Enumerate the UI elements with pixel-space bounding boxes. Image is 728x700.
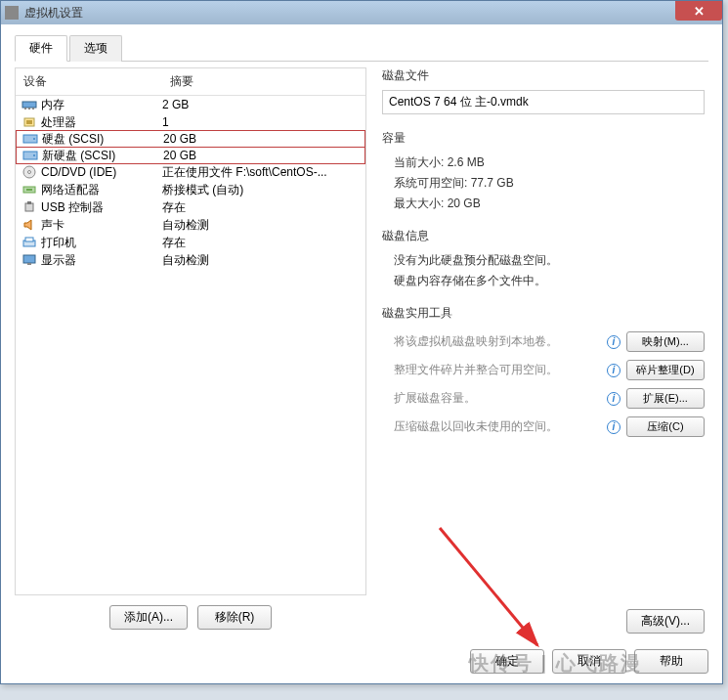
svg-rect-13 [26,189,32,191]
compact-button[interactable]: 压缩(C) [626,416,705,437]
device-list: 设备 摘要 内存2 GB处理器1硬盘 (SCSI)20 GB新硬盘 (SCSI)… [15,67,366,595]
device-name: 新硬盘 (SCSI) [42,148,163,164]
device-name: 打印机 [41,235,162,251]
device-header: 设备 摘要 [16,68,365,96]
col-device: 设备 [16,68,162,95]
capacity-title: 容量 [382,130,705,147]
device-row[interactable]: 声卡自动检测 [16,216,365,234]
tool-row-map: 将该虚拟机磁盘映射到本地卷。 i 映射(M)... [382,328,705,356]
disk-info-title: 磁盘信息 [382,228,705,244]
device-summary: 正在使用文件 F:\soft\CentOS-... [162,164,360,181]
tools-title: 磁盘实用工具 [382,305,705,322]
map-label: 将该虚拟机磁盘映射到本地卷。 [394,333,601,350]
device-summary: 20 GB [163,149,359,162]
expand-button[interactable]: 扩展(E)... [626,388,705,409]
device-row[interactable]: 网络适配器桥接模式 (自动) [16,181,365,198]
device-summary: 存在 [162,199,360,216]
right-bottom: 高级(V)... [382,603,705,639]
tool-row-compact: 压缩磁盘以回收未使用的空间。 i 压缩(C) [382,413,705,441]
info-icon[interactable]: i [607,392,621,406]
window-title: 虚拟机设置 [24,5,83,22]
advanced-button[interactable]: 高级(V)... [626,609,705,634]
device-summary: 20 GB [163,132,359,146]
svg-rect-17 [25,238,33,241]
col-summary: 摘要 [162,68,365,95]
disk-info-line2: 硬盘内容存储在多个文件中。 [382,271,705,291]
close-button[interactable]: ✕ [675,1,722,21]
disk-icon [22,149,38,162]
remove-button[interactable]: 移除(R) [197,605,272,630]
svg-rect-5 [26,120,32,124]
device-row[interactable]: 显示器自动检测 [16,251,365,269]
cpu-icon [21,115,37,129]
device-name: 内存 [41,97,162,113]
device-summary: 存在 [162,235,360,251]
app-icon [5,6,19,20]
svg-point-11 [28,171,31,174]
left-panel: 设备 摘要 内存2 GB处理器1硬盘 (SCSI)20 GB新硬盘 (SCSI)… [15,67,366,639]
cancel-button[interactable]: 取消 [552,649,626,674]
device-row[interactable]: 处理器1 [16,113,365,131]
add-button[interactable]: 添加(A)... [109,605,188,630]
info-icon[interactable]: i [607,335,621,349]
group-disk-file: 磁盘文件 CentOS 7 64 位 主-0.vmdk [382,67,705,116]
device-row[interactable]: CD/DVD (IDE)正在使用文件 F:\soft\CentOS-... [16,163,365,181]
display-icon [21,253,37,267]
map-button[interactable]: 映射(M)... [626,331,705,352]
footer: 确定 取消 帮助 [15,639,708,674]
disk-file-input[interactable]: CentOS 7 64 位 主-0.vmdk [382,90,705,114]
disk-info-line1: 没有为此硬盘预分配磁盘空间。 [382,250,705,271]
group-capacity: 容量 当前大小: 2.6 MB 系统可用空间: 77.7 GB 最大大小: 20… [382,130,705,214]
device-name: 显示器 [41,252,162,269]
help-button[interactable]: 帮助 [634,649,708,674]
tabs: 硬件 选项 [15,34,708,62]
memory-icon [21,98,37,111]
panel: 设备 摘要 内存2 GB处理器1硬盘 (SCSI)20 GB新硬盘 (SCSI)… [15,67,708,639]
expand-label: 扩展磁盘容量。 [394,390,601,407]
info-icon[interactable]: i [607,420,621,434]
device-row[interactable]: 内存2 GB [16,96,365,113]
disk-file-title: 磁盘文件 [382,67,705,84]
right-panel: 磁盘文件 CentOS 7 64 位 主-0.vmdk 容量 当前大小: 2.6… [382,67,708,639]
svg-rect-3 [32,108,34,109]
usb-icon [21,200,37,214]
group-tools: 磁盘实用工具 将该虚拟机磁盘映射到本地卷。 i 映射(M)... 整理文件碎片并… [382,305,705,441]
compact-label: 压缩磁盘以回收未使用的空间。 [394,418,601,435]
capacity-max: 最大大小: 20 GB [382,194,705,214]
svg-rect-2 [28,108,30,109]
net-icon [21,183,37,197]
device-row[interactable]: USB 控制器存在 [16,198,365,216]
capacity-current: 当前大小: 2.6 MB [382,153,705,173]
svg-rect-14 [25,203,33,211]
tab-hardware[interactable]: 硬件 [15,35,67,62]
tab-options[interactable]: 选项 [69,35,122,62]
device-summary: 自动检测 [162,217,360,234]
group-disk-info: 磁盘信息 没有为此硬盘预分配磁盘空间。 硬盘内容存储在多个文件中。 [382,228,705,291]
disk-icon [22,132,38,146]
device-name: CD/DVD (IDE) [41,165,162,179]
cd-icon [21,165,37,179]
svg-rect-15 [27,201,31,204]
titlebar[interactable]: 虚拟机设置 ✕ [1,1,722,24]
device-row[interactable]: 打印机存在 [16,234,365,251]
left-buttons: 添加(A)... 移除(R) [15,595,366,639]
svg-rect-19 [27,263,31,265]
device-row[interactable]: 新硬盘 (SCSI)20 GB [16,147,365,164]
device-row[interactable]: 硬盘 (SCSI)20 GB [16,130,365,148]
svg-rect-18 [23,255,35,263]
device-name: USB 控制器 [41,199,162,216]
printer-icon [21,236,37,249]
tool-row-expand: 扩展磁盘容量。 i 扩展(E)... [382,384,705,413]
ok-button[interactable]: 确定 [470,649,544,674]
content: 硬件 选项 设备 摘要 内存2 GB处理器1硬盘 (SCSI)20 GB新硬盘 … [1,24,722,683]
vm-settings-window: 虚拟机设置 ✕ 硬件 选项 设备 摘要 内存2 GB处理器1硬盘 (SCSI)2… [0,0,723,684]
svg-rect-0 [22,102,36,108]
device-name: 声卡 [41,217,162,234]
defrag-button[interactable]: 碎片整理(D) [626,360,705,380]
device-summary: 桥接模式 (自动) [162,182,360,198]
svg-point-9 [33,154,35,156]
info-icon[interactable]: i [607,364,621,377]
tool-row-defrag: 整理文件碎片并整合可用空间。 i 碎片整理(D) [382,356,705,384]
device-name: 网络适配器 [41,182,162,198]
device-name: 硬盘 (SCSI) [42,131,163,148]
